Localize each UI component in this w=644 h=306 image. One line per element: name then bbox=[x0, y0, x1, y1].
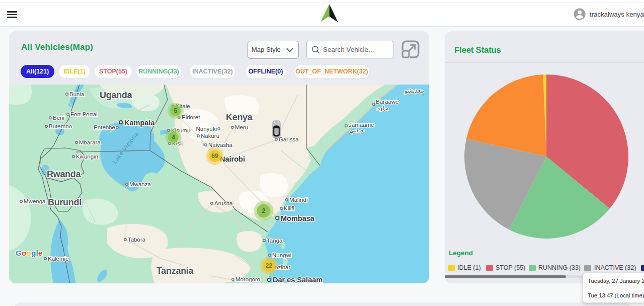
svg-text:Kalemie: Kalemie bbox=[48, 256, 69, 262]
svg-text:g: g bbox=[31, 249, 36, 257]
svg-text:Arusha: Arusha bbox=[214, 200, 233, 206]
svg-text:Beni: Beni bbox=[53, 115, 64, 121]
svg-text:Mbarara: Mbarara bbox=[79, 139, 101, 145]
svg-text:Mombasa: Mombasa bbox=[281, 214, 315, 222]
svg-text:Burundi: Burundi bbox=[48, 197, 82, 207]
svg-text:e: e bbox=[38, 249, 43, 257]
svg-text:Nungwi: Nungwi bbox=[272, 252, 291, 258]
svg-text:Fort Portal: Fort Portal bbox=[70, 111, 98, 117]
svg-text:Kampala: Kampala bbox=[124, 119, 155, 127]
svg-text:G: G bbox=[16, 249, 22, 257]
svg-text:69: 69 bbox=[211, 152, 218, 160]
svg-text:براوى: براوى bbox=[376, 105, 388, 111]
svg-text:Mwanza: Mwanza bbox=[129, 181, 151, 187]
svg-text:Kilifi: Kilifi bbox=[284, 205, 294, 211]
svg-text:5: 5 bbox=[174, 107, 178, 114]
svg-text:Kikungiri: Kikungiri bbox=[76, 154, 98, 160]
svg-text:Meru: Meru bbox=[235, 124, 248, 130]
svg-text:Rwanda: Rwanda bbox=[47, 169, 82, 179]
svg-text:Entebbe: Entebbe bbox=[94, 124, 115, 130]
svg-text:Nanyuki: Nanyuki bbox=[196, 126, 217, 132]
svg-text:Malindi: Malindi bbox=[289, 197, 307, 203]
svg-text:Morogoro: Morogoro bbox=[235, 276, 260, 282]
svg-text:22: 22 bbox=[266, 262, 273, 269]
svg-text:Tanzania: Tanzania bbox=[156, 266, 194, 276]
svg-text:2: 2 bbox=[262, 207, 266, 214]
svg-text:Tabora: Tabora bbox=[128, 237, 146, 243]
svg-text:o: o bbox=[22, 249, 26, 257]
svg-text:Bunia: Bunia bbox=[69, 91, 85, 97]
svg-text:Dar es Salaam: Dar es Salaam bbox=[273, 276, 323, 283]
svg-text:حمامي: حمامي bbox=[350, 128, 364, 134]
svg-text:4: 4 bbox=[172, 134, 175, 141]
svg-text:Kenya: Kenya bbox=[226, 112, 253, 122]
svg-text:Tanga: Tanga bbox=[267, 238, 283, 244]
svg-text:Mwenga: Mwenga bbox=[24, 198, 46, 204]
svg-text:Jamaame: Jamaame bbox=[349, 122, 374, 128]
svg-text:Baraawe: Baraawe bbox=[376, 99, 398, 105]
svg-text:Uganda: Uganda bbox=[100, 90, 132, 100]
svg-text:معديشو: معديشو bbox=[404, 87, 424, 95]
svg-text:Garissa: Garissa bbox=[279, 136, 299, 142]
svg-text:Naivasha: Naivasha bbox=[208, 142, 233, 148]
svg-text:Butembo: Butembo bbox=[49, 123, 72, 129]
svg-text:Nakuru: Nakuru bbox=[201, 133, 219, 139]
svg-text:Eldoret: Eldoret bbox=[182, 114, 200, 120]
svg-text:o: o bbox=[27, 249, 31, 257]
